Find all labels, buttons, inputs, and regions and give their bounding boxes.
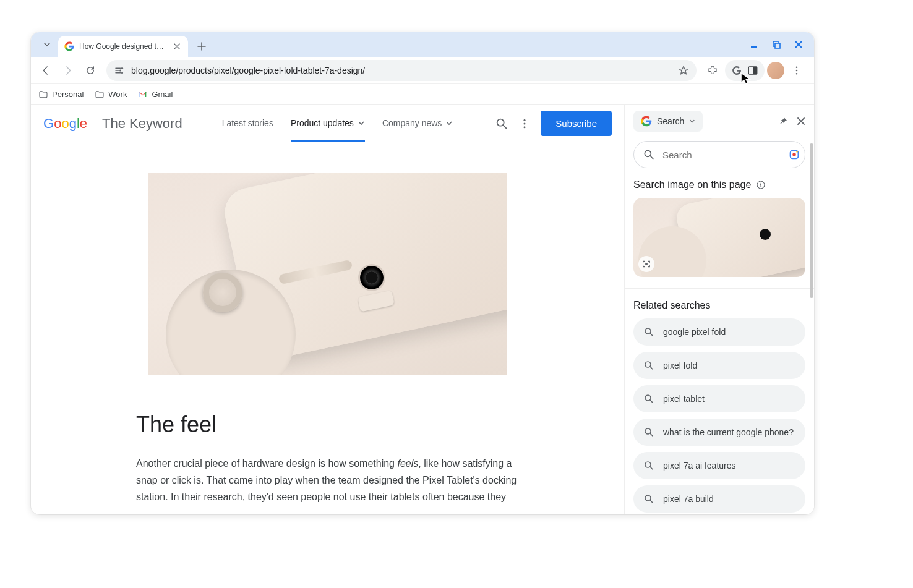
search-icon <box>643 360 654 371</box>
svg-point-9 <box>796 72 798 74</box>
site-overflow-icon[interactable] <box>518 117 531 130</box>
content-area: Google The Keyword Latest stories Produc… <box>31 105 814 514</box>
pin-icon[interactable] <box>778 116 788 126</box>
main-pane: Google The Keyword Latest stories Produc… <box>31 105 625 514</box>
address-bar[interactable] <box>106 60 697 81</box>
search-icon <box>643 427 654 438</box>
article-body: The feel Another crucial piece of hardwa… <box>31 142 624 514</box>
svg-point-23 <box>645 428 651 434</box>
svg-point-2 <box>121 67 123 69</box>
lens-icon[interactable] <box>787 148 801 161</box>
side-panel-toggle[interactable] <box>725 60 765 81</box>
bookmark-folder-personal[interactable]: Personal <box>38 90 84 100</box>
svg-point-19 <box>645 263 648 265</box>
divider <box>625 288 814 289</box>
nav-product-updates[interactable]: Product updates <box>291 105 365 142</box>
related-search-label: google pixel fold <box>663 327 726 337</box>
bookmark-star-icon[interactable] <box>678 65 689 76</box>
tab-search-button[interactable] <box>38 36 56 53</box>
side-panel-mode-chip[interactable]: Search <box>633 111 703 132</box>
side-panel-search[interactable] <box>633 141 805 168</box>
svg-rect-6 <box>753 67 757 74</box>
subscribe-button[interactable]: Subscribe <box>541 111 612 136</box>
site-header: Google The Keyword Latest stories Produc… <box>31 105 624 142</box>
window-controls <box>748 32 809 57</box>
related-search-item[interactable]: google pixel fold <box>633 318 805 346</box>
svg-point-4 <box>121 72 123 74</box>
site-nav: Latest stories Product updates Company n… <box>222 105 453 142</box>
svg-point-11 <box>524 119 526 121</box>
related-search-label: pixel fold <box>663 360 697 370</box>
profile-avatar[interactable] <box>767 62 784 79</box>
related-search-item[interactable]: what is the current google phone? <box>633 419 805 446</box>
bookmark-label: Work <box>108 90 127 99</box>
related-search-item[interactable]: pixel 7a ai features <box>633 452 805 479</box>
forward-button[interactable] <box>58 61 78 80</box>
chevron-down-icon <box>358 119 365 127</box>
scrollbar[interactable] <box>810 143 813 298</box>
related-search-label: pixel tablet <box>663 394 705 404</box>
google-g-icon <box>731 65 742 76</box>
search-icon <box>643 148 655 161</box>
maximize-icon[interactable] <box>771 39 782 50</box>
reload-button[interactable] <box>80 61 100 80</box>
svg-point-17 <box>796 151 797 152</box>
url-input[interactable] <box>131 66 672 75</box>
toolbar <box>31 57 814 84</box>
svg-point-24 <box>645 462 651 467</box>
google-g-icon <box>641 116 652 127</box>
lens-badge-icon <box>638 256 654 272</box>
related-search-item[interactable]: pixel fold <box>633 352 805 379</box>
site-title: The Keyword <box>102 116 182 132</box>
nav-company-news[interactable]: Company news <box>382 105 453 142</box>
article-hero-image <box>148 173 507 375</box>
minimize-icon[interactable] <box>748 39 760 50</box>
article-heading: The feel <box>136 412 519 438</box>
tab-title: How Google designed the P <box>79 42 167 51</box>
side-panel-search-input[interactable] <box>662 150 780 160</box>
svg-point-22 <box>645 395 651 401</box>
extensions-button[interactable] <box>703 61 722 80</box>
site-settings-icon[interactable] <box>114 65 125 76</box>
related-search-label: pixel 7a build <box>663 494 714 504</box>
svg-point-16 <box>792 153 796 156</box>
article-paragraph: Another crucial piece of hardware design… <box>136 455 519 506</box>
nav-latest-stories[interactable]: Latest stories <box>222 105 273 142</box>
tab-active[interactable]: How Google designed the P <box>58 36 188 57</box>
bookmark-folder-work[interactable]: Work <box>95 90 127 100</box>
bookmark-label: Personal <box>52 90 84 99</box>
info-icon[interactable] <box>756 180 766 190</box>
related-search-item[interactable]: pixel tablet <box>633 385 805 412</box>
chevron-down-icon <box>689 118 695 124</box>
svg-point-8 <box>796 69 798 71</box>
overflow-menu-button[interactable] <box>787 61 807 80</box>
search-icon <box>643 393 654 404</box>
section-search-image: Search image on this page <box>633 179 805 190</box>
svg-point-10 <box>497 119 504 126</box>
browser-window: How Google designed the P <box>31 32 814 514</box>
side-panel: || Search <box>625 105 814 514</box>
related-search-label: pixel 7a ai features <box>663 461 736 471</box>
side-panel-body: Search image on this page Related search… <box>625 137 814 514</box>
gmail-icon <box>138 90 148 100</box>
search-icon <box>643 493 654 505</box>
chip-label: Search <box>657 116 684 126</box>
site-search-icon[interactable] <box>495 117 508 130</box>
side-panel-header: Search <box>625 105 814 137</box>
related-search-item[interactable]: pixel 7a build <box>633 485 805 513</box>
close-icon[interactable] <box>793 39 804 50</box>
back-button[interactable] <box>36 61 56 80</box>
svg-point-14 <box>645 150 651 156</box>
svg-point-13 <box>524 126 526 128</box>
search-icon <box>643 326 654 338</box>
section-related: Related searches <box>633 300 805 311</box>
svg-point-21 <box>645 362 651 367</box>
google-logo: Google <box>43 116 87 132</box>
bookmarks-bar: Personal Work Gmail <box>31 84 814 105</box>
page-image-thumbnail[interactable] <box>633 198 805 277</box>
tab-close-button[interactable] <box>172 41 182 51</box>
bookmark-gmail[interactable]: Gmail <box>138 90 173 100</box>
close-panel-icon[interactable] <box>797 117 805 126</box>
svg-point-3 <box>119 69 121 71</box>
new-tab-button[interactable] <box>193 38 210 55</box>
